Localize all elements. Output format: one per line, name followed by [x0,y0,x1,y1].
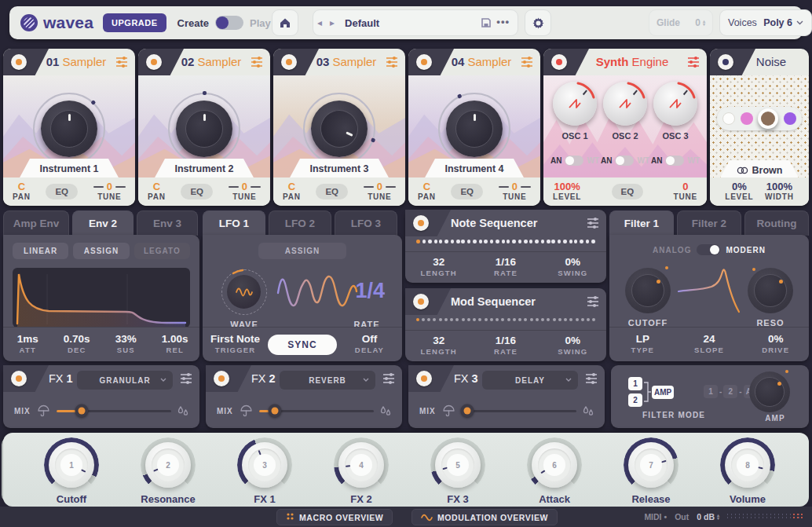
home-button[interactable] [272,9,298,36]
lfo-waveform-display[interactable] [276,271,358,320]
macro-4-knob[interactable]: 4 [338,442,384,488]
macro-2-knob[interactable]: 2 [145,442,191,488]
sampler-1-level-knob[interactable] [33,93,105,165]
envelope-graph[interactable] [13,268,190,328]
filter-drive[interactable]: 0%DRIVE [742,334,809,356]
fx-1-settings-icon[interactable] [180,372,192,385]
synth-power-button[interactable] [551,54,567,70]
eq-button[interactable]: EQ [612,184,644,199]
osc-3-control[interactable]: OSC 3 [652,82,699,141]
tab-lfo-1[interactable]: LFO 1 [203,210,265,236]
sampler-2-instrument-selector[interactable]: Instrument 2 [154,159,254,179]
osc-2-control[interactable]: OSC 2 [602,82,649,141]
filter-type[interactable]: LPTYPE [609,334,676,356]
eq-button[interactable]: EQ [451,184,483,199]
pan-control[interactable]: C PAN [283,181,301,202]
noise-purple-option[interactable] [784,112,796,125]
filter-slope[interactable]: 24SLOPE [676,334,743,356]
preset-menu-icon[interactable]: ••• [496,16,510,27]
sampler-4-settings-icon[interactable] [521,56,533,68]
filter-curve-display[interactable] [677,266,744,321]
note-seq-rate[interactable]: 1/16RATE [472,257,539,279]
analog-modern-toggle[interactable]: ANALOG MODERN [609,244,809,255]
voices-control[interactable]: Voices Poly 6 [719,9,812,36]
noise-pink-option[interactable] [741,112,753,125]
upgrade-button[interactable]: UPGRADE [103,13,166,32]
tab-amp-env[interactable]: Amp Env [3,210,69,236]
lfo-delay-control[interactable]: OffDELAY [337,334,402,356]
note-seq-swing[interactable]: 0%SWING [540,257,606,279]
note-seq-settings-icon[interactable] [587,217,599,229]
fx-3-type-dropdown[interactable]: DELAY [482,371,578,390]
preset-browser[interactable]: ◂ ▸ Default ••• [313,9,518,36]
note-seq-power-button[interactable] [413,215,429,231]
pan-control[interactable]: C PAN [13,181,31,202]
osc-3-an-wt-toggle[interactable]: ANWT [651,156,700,166]
sampler-4-instrument-selector[interactable]: Instrument 4 [424,159,525,179]
env-linear-button[interactable]: LINEAR [13,243,68,259]
macro-3-knob[interactable]: 3 [242,442,287,488]
sampler-3-settings-icon[interactable] [386,56,398,68]
tune-control[interactable]: 0 TUNE [499,181,531,202]
note-seq-length[interactable]: 32LENGTH [405,257,472,279]
lfo-wave-knob[interactable] [221,269,267,315]
sampler-1-settings-icon[interactable] [115,56,128,68]
settings-button[interactable] [525,9,551,36]
tune-control[interactable]: 0 TUNE [364,181,396,202]
fx-3-power-button[interactable] [416,371,432,386]
fx-2-mix-slider[interactable] [259,410,374,412]
fx-1-type-dropdown[interactable]: GRANULAR [77,371,173,390]
env-legato-button[interactable]: LEGATO [134,243,190,259]
noise-color-selector[interactable] [717,107,802,130]
mod-seq-power-button[interactable] [413,294,429,309]
noise-width-control[interactable]: 100% WIDTH [765,181,794,202]
mod-seq-swing[interactable]: 0%SWING [540,335,606,357]
sampler-1-power-button[interactable] [11,54,27,70]
mod-seq-length[interactable]: 32LENGTH [405,335,472,357]
macro-overview-button[interactable]: MACRO OVERVIEW [276,509,393,525]
pan-control[interactable]: C PAN [148,181,166,202]
sampler-2-level-knob[interactable] [168,93,240,165]
osc-1-an-wt-toggle[interactable]: ANWT [550,156,599,166]
osc-3-knob[interactable] [653,82,697,126]
cutoff-knob[interactable] [625,268,671,313]
lfo-rate-control[interactable]: 1/4 [355,279,385,303]
filter-mode-parallel-option[interactable]: 1 2 AMP [628,376,674,408]
amp-knob[interactable] [749,371,790,412]
sync-button[interactable]: SYNC [268,335,337,355]
fx-2-type-dropdown[interactable]: REVERB [280,371,375,390]
sustain-readout[interactable]: 33%SUS [101,334,151,356]
noise-level-control[interactable]: 0% LEVEL [725,181,753,202]
glide-value[interactable]: 0 [695,17,700,28]
attack-readout[interactable]: 1msATT [3,334,53,356]
tune-control[interactable]: 0 TUNE [93,181,126,202]
preset-name[interactable]: Default [345,17,481,29]
synth-tune-control[interactable]: 0 TUNE [674,181,697,202]
tab-routing[interactable]: Routing [744,210,809,236]
fx-3-mix-slider[interactable] [462,410,576,412]
decay-readout[interactable]: 0.70sDEC [53,334,102,356]
eq-button[interactable]: EQ [46,184,78,199]
sampler-1-instrument-selector[interactable]: Instrument 1 [19,159,119,179]
tune-control[interactable]: 0 TUNE [229,181,261,202]
sampler-3-level-knob[interactable] [303,93,375,165]
release-readout[interactable]: 1.00sREL [151,334,200,356]
pan-control[interactable]: C PAN [418,181,436,202]
glide-stepper-icon[interactable]: ▴▾ [703,20,705,26]
lfo-trigger-control[interactable]: First NoteTRIGGER [203,334,268,356]
sampler-2-settings-icon[interactable] [251,56,263,68]
tab-env-2[interactable]: Env 2 [72,210,134,236]
note-seq-steps[interactable] [416,240,595,243]
voices-value[interactable]: Poly 6 [763,17,792,28]
eq-button[interactable]: EQ [316,184,348,199]
fx-1-mix-slider[interactable] [57,410,171,412]
fx-3-settings-icon[interactable] [585,372,598,385]
preset-next-icon[interactable]: ▸ [326,17,338,28]
noise-white-option[interactable] [722,112,735,125]
osc-1-knob[interactable] [553,82,597,126]
mod-seq-rate[interactable]: 1/16RATE [472,335,539,357]
save-icon[interactable] [481,17,492,28]
macro-1-knob[interactable]: 1 [49,442,94,488]
tab-env-3[interactable]: Env 3 [137,210,198,236]
sampler-4-level-knob[interactable] [438,93,510,165]
